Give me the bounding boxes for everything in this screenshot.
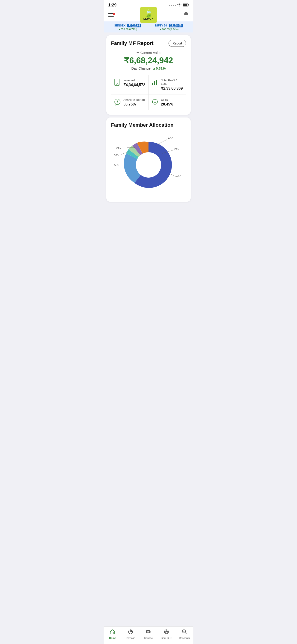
battery-icon	[183, 3, 189, 7]
sensex-ticker: SENSEX 73029.62 ▲559.32(0.77%)	[114, 23, 141, 31]
status-time: 1:29	[108, 3, 116, 8]
invested-info: Invested ₹4,34,64,572	[124, 78, 145, 87]
current-value-label: 〜 Current Value	[111, 50, 186, 55]
family-mf-title: Family MF Report	[111, 40, 154, 46]
invested-icon	[114, 78, 121, 88]
trend-icon: 〜	[136, 50, 139, 55]
signal-icon	[169, 5, 176, 6]
nav-transact[interactable]: Transact	[140, 629, 158, 640]
profit-label: Total Profit / Loss	[161, 78, 183, 86]
portfolio-label: Portfolio	[126, 637, 135, 640]
family-mf-report-card: Family MF Report Report 〜 Current Value …	[106, 35, 191, 115]
sensex-change: ▲559.32(0.77%)	[114, 28, 141, 31]
goal-icon	[164, 629, 169, 636]
svg-line-17	[156, 140, 167, 145]
menu-notification-dot	[113, 13, 115, 15]
sensex-value: 73029.62	[127, 24, 141, 28]
pie-label-6: ABC	[176, 175, 182, 178]
xirr-icon	[151, 98, 159, 106]
pie-label-1: ABC	[168, 137, 173, 140]
xirr-stat: XIRR 20.45%	[148, 94, 186, 110]
sensex-label: SENSEX	[114, 24, 126, 27]
nav-research[interactable]: Research	[176, 629, 194, 640]
report-button[interactable]: Report	[168, 40, 186, 47]
nav-home[interactable]: Home	[104, 629, 122, 640]
profit-loss-stat: Total Profit / Loss ₹2,33,60,369	[148, 75, 186, 94]
nifty-label: NIFTY 50	[155, 24, 167, 27]
day-change: Day Change: ▲0.31%	[111, 66, 186, 70]
svg-rect-3	[115, 79, 119, 86]
transact-icon	[146, 629, 151, 636]
research-icon	[182, 629, 187, 636]
current-value-amount: ₹6,68,24,942	[111, 56, 186, 66]
return-info: Absolute Return 53.75%	[124, 98, 145, 106]
nav-goal-gps[interactable]: Goal GPS	[158, 629, 176, 640]
pie-label-3: ABC	[116, 146, 122, 149]
profit-icon	[151, 78, 159, 87]
invested-stat: Invested ₹4,34,64,572	[111, 75, 148, 94]
stats-grid: Invested ₹4,34,64,572 Total Profit / Los…	[111, 75, 186, 110]
home-label: Home	[109, 637, 116, 640]
svg-line-22	[170, 174, 176, 176]
pie-chart-container: ABC ABC ABC ABC ABC ABC	[114, 133, 183, 197]
pie-label-4: ABC	[114, 153, 119, 156]
hamburger-menu[interactable]	[108, 13, 114, 16]
return-label: Absolute Return	[124, 98, 145, 102]
transact-label: Transact	[144, 637, 153, 640]
invested-label: Invested	[124, 78, 145, 82]
current-value-section: 〜 Current Value ₹6,68,24,942 Day Change:…	[111, 50, 186, 70]
home-icon	[110, 629, 115, 636]
nifty-change: ▲163.35(0.74%)	[155, 28, 183, 31]
day-change-label: Day Change:	[131, 66, 152, 70]
portfolio-icon	[128, 629, 133, 636]
xirr-label: XIRR	[161, 98, 173, 102]
svg-line-35	[185, 633, 187, 634]
logo: 🍃 LEMON	[140, 7, 157, 23]
status-icons	[169, 3, 189, 7]
research-label: Research	[179, 637, 190, 640]
logo-box: 🍃 LEMON	[140, 7, 157, 23]
logo-leaf-icon: 🍃	[144, 10, 153, 17]
card-header-row: Family MF Report Report	[111, 40, 186, 47]
svg-point-11	[152, 99, 158, 104]
svg-rect-2	[188, 4, 189, 6]
return-value: 53.75%	[124, 102, 145, 106]
pie-chart: ABC ABC ABC ABC ABC ABC	[114, 133, 183, 197]
profit-info: Total Profit / Loss ₹2,33,60,369	[161, 78, 183, 90]
invested-value: ₹4,34,64,572	[124, 83, 145, 87]
nifty-ticker: NIFTY 50 22168.05 ▲163.35(0.74%)	[155, 23, 183, 31]
day-change-value: ▲0.31%	[152, 66, 166, 70]
nav-portfolio[interactable]: Portfolio	[122, 629, 140, 640]
svg-rect-8	[156, 80, 157, 85]
allocation-title: Family Member Allocation	[111, 122, 186, 128]
svg-point-29	[166, 631, 167, 632]
menu-line-2	[108, 15, 114, 15]
app-header: 🍃 LEMON	[104, 10, 194, 22]
xirr-value: 20.45%	[161, 102, 173, 106]
family-allocation-card: Family Member Allocation	[106, 118, 191, 202]
bottom-spacer	[106, 204, 191, 225]
svg-rect-7	[154, 81, 155, 85]
svg-rect-6	[152, 83, 153, 85]
notification-bell[interactable]	[183, 11, 189, 19]
pie-label-5: ABC	[114, 164, 119, 166]
absolute-return-stat: ₹ Absolute Return 53.75%	[111, 94, 148, 110]
svg-point-12	[154, 101, 156, 103]
goal-gps-label: Goal GPS	[161, 637, 172, 640]
return-icon: ₹	[114, 98, 121, 106]
menu-line-3	[108, 16, 114, 16]
svg-text:₹: ₹	[116, 100, 118, 104]
profit-value: ₹2,33,60,369	[161, 86, 183, 90]
donut-hole	[136, 152, 161, 178]
bottom-nav: Home Portfolio Transact	[104, 626, 194, 644]
pie-label-2: ABC	[174, 147, 180, 150]
xirr-info: XIRR 20.45%	[161, 98, 173, 106]
logo-text: LEMON	[144, 17, 154, 20]
svg-rect-1	[183, 4, 188, 6]
nifty-value: 22168.05	[169, 24, 183, 28]
main-content: Family MF Report Report 〜 Current Value …	[104, 32, 194, 228]
wifi-icon	[177, 3, 182, 7]
